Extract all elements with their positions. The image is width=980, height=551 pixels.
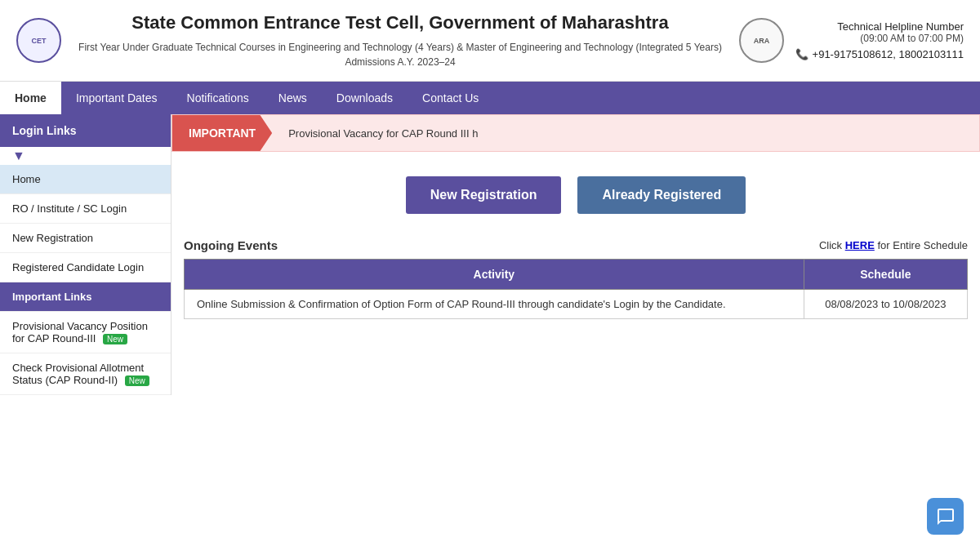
events-table: Activity Schedule Online Submission & Co… [184,259,968,319]
cet-logo: CET [16,18,61,63]
main-layout: Login Links ▼ Home RO / Institute / SC L… [0,114,980,395]
schedule-cell: 08/08/2023 to 10/08/2023 [804,290,967,319]
sidebar-item-registered-login[interactable]: Registered Candidate Login [0,253,171,282]
new-registration-button[interactable]: New Registration [406,176,562,214]
table-row: Online Submission & Confirmation of Opti… [185,290,968,319]
sidebar-header: Login Links [0,114,171,147]
header-title-block: State Common Entrance Test Cell, Governm… [61,11,739,69]
nav-downloads[interactable]: Downloads [322,82,408,114]
col-activity: Activity [185,260,804,290]
events-title: Ongoing Events [184,238,278,252]
nav-news[interactable]: News [264,82,322,114]
important-banner: IMPORTANT Provisional Vacancy for CAP Ro… [172,114,980,152]
main-content: IMPORTANT Provisional Vacancy for CAP Ro… [172,114,980,395]
sidebar-item-provisional-vacancy[interactable]: Provisional Vacancy Position for CAP Rou… [0,312,171,353]
events-section: Ongoing Events Click HERE for Entire Sch… [172,238,980,331]
page-title: State Common Entrance Test Cell, Governm… [61,11,739,35]
helpline-hours: (09:00 AM to 07:00 PM) [784,33,964,44]
nav-important-dates[interactable]: Important Dates [61,82,172,114]
helpline-title: Technical Helpline Number [784,20,964,33]
important-label: IMPORTANT [172,115,272,151]
events-header: Ongoing Events Click HERE for Entire Sch… [184,238,968,252]
already-registered-button[interactable]: Already Registered [577,176,746,214]
events-link: Click HERE for Entire Schedule [819,239,968,251]
phone-icon: 📞 [795,48,808,60]
sidebar: Login Links ▼ Home RO / Institute / SC L… [0,114,172,395]
main-nav: Home Important Dates Notifications News … [0,82,980,114]
badge-new-2: New [125,375,149,386]
activity-cell: Online Submission & Confirmation of Opti… [185,290,804,319]
sidebar-item-new-registration[interactable]: New Registration [0,224,171,253]
phone-number: 📞 +91-9175108612, 18002103111 [784,48,964,60]
nav-home[interactable]: Home [0,82,61,114]
nav-notifications[interactable]: Notifications [172,82,264,114]
sidebar-item-check-allotment[interactable]: Check Provisional Allotment Status (CAP … [0,353,171,395]
here-link[interactable]: HERE [845,239,875,251]
banner-text: Provisional Vacancy for CAP Round III h [272,118,979,149]
contact-info: Technical Helpline Number (09:00 AM to 0… [784,20,964,60]
badge-new-1: New [103,334,127,344]
table-header-row: Activity Schedule [185,260,968,290]
action-buttons: New Registration Already Registered [172,152,980,238]
sidebar-important-links-header: Important Links [0,282,171,312]
col-schedule: Schedule [804,260,967,290]
sidebar-item-home[interactable]: Home [0,165,171,194]
nav-contact-us[interactable]: Contact Us [408,82,493,114]
ara-logo: ARA [739,18,784,63]
header-subtitle: First Year Under Graduate Technical Cour… [61,40,739,69]
header: CET State Common Entrance Test Cell, Gov… [0,0,980,82]
sidebar-item-ro-login[interactable]: RO / Institute / SC Login [0,194,171,224]
dropdown-arrow: ▼ [0,147,171,165]
